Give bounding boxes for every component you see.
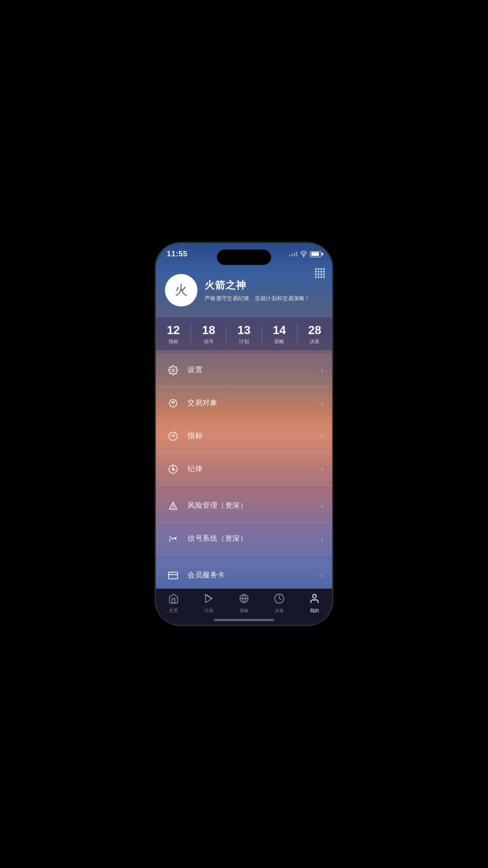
stat-number: 13 [226,324,261,337]
profile-info: 火箭之神 严格遵守交易纪律、交易计划和交易策略！ [205,278,310,302]
chevron-right-icon: › [321,572,323,579]
stat-label: 指标 [156,338,191,345]
stat-number: 18 [191,324,226,337]
tab-label: 计划 [204,608,214,614]
menu-label: 纪律 [188,464,321,474]
menu-item-membership[interactable]: 会员服务卡 › [156,559,332,592]
svg-line-12 [206,594,212,599]
svg-point-6 [173,507,174,508]
dynamic-island [217,250,271,265]
chevron-right-icon: › [321,433,323,440]
tab-home[interactable]: 主页 [156,593,191,614]
home-tab-icon [168,593,179,606]
profile-name: 火箭之神 [205,278,310,292]
svg-rect-7 [169,572,178,579]
stat-label: 策略 [262,338,297,345]
status-icons [289,250,321,258]
stat-item: 18 信号 [191,324,226,345]
stat-label: 决策 [297,338,332,345]
signal-icon [165,531,181,547]
profile-section: 火 火箭之神 严格遵守交易纪律、交易计划和交易策略！ [156,267,332,316]
stat-item: 13 计划 [226,324,262,345]
menu-item-risk[interactable]: 风险管理（资深） › [156,490,332,523]
tab-strategy[interactable]: 策略 [226,593,262,614]
plan-tab-icon [203,593,214,606]
menu-label: 会员服务卡 [188,571,321,580]
profile-motto: 严格遵守交易纪律、交易计划和交易策略！ [205,295,310,302]
tab-label: 我的 [310,608,319,614]
stat-item: 28 决策 [297,324,332,345]
menu-item-discipline[interactable]: 纪律 › [156,453,332,486]
stat-item: 14 策略 [262,324,297,345]
stat-number: 12 [156,324,191,337]
stat-label: 信号 [191,338,226,345]
membership-icon [165,567,181,584]
svg-point-1 [172,369,174,372]
svg-point-4 [172,468,174,470]
indicator-icon [165,428,181,444]
tab-plan[interactable]: 计划 [191,593,226,614]
chevron-right-icon: › [321,535,323,542]
svg-point-14 [313,594,316,598]
menu-list: 设置 › 交易对象 › 指标 › 纪律 › 风险管理（资深） › [156,354,332,625]
menu-item-settings[interactable]: 设置 › [156,354,332,387]
stat-number: 28 [297,324,332,337]
tab-label: 决策 [275,608,284,614]
chevron-right-icon: › [321,367,323,374]
trade-object-icon [165,395,181,411]
menu-label: 风险管理（资深） [188,501,321,510]
menu-label: 设置 [188,365,321,375]
svg-marker-11 [206,594,212,603]
discipline-icon [165,461,181,477]
menu-label: 交易对象 [188,398,321,408]
tab-profile[interactable]: 我的 [297,593,332,614]
menu-label: 指标 [188,431,321,441]
stat-item: 12 指标 [156,324,191,345]
tab-label: 策略 [239,608,249,614]
chevron-right-icon: › [321,466,323,473]
stat-number: 14 [262,324,297,337]
chevron-right-icon: › [321,400,323,407]
profile-tab-icon [309,593,320,606]
svg-point-0 [303,256,304,257]
menu-group-1: 风险管理（资深） › 信号系统（资深） › [156,490,332,556]
status-time: 11:55 [167,250,188,259]
settings-icon [165,362,181,378]
home-indicator [214,619,274,621]
strategy-tab-icon [239,593,249,606]
risk-icon [165,498,181,514]
stat-label: 计划 [226,338,261,345]
decision-tab-icon [274,593,285,606]
wifi-icon [300,250,307,258]
menu-item-signal[interactable]: 信号系统（资深） › [156,523,332,556]
tab-decision[interactable]: 决策 [262,593,297,614]
menu-item-trade-object[interactable]: 交易对象 › [156,387,332,420]
chevron-right-icon: › [321,502,323,509]
phone-frame: 11:55 火 火箭之神 严 [156,243,332,625]
menu-group-0: 设置 › 交易对象 › 指标 › 纪律 › [156,354,332,486]
tab-label: 主页 [169,608,178,614]
battery-icon [310,251,321,257]
stats-bar: 12 指标 18 信号 13 计划 14 策略 28 决策 [156,317,332,350]
signal-icon [289,252,297,256]
avatar: 火 [165,274,197,307]
menu-label: 信号系统（资深） [188,534,321,543]
menu-item-indicator[interactable]: 指标 › [156,420,332,453]
